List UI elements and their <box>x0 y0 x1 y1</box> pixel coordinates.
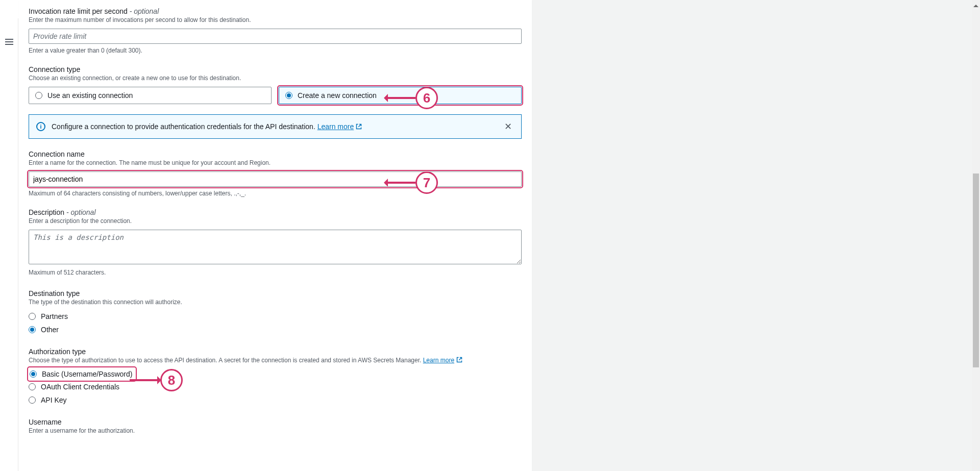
info-text: Configure a connection to provide authen… <box>52 122 317 131</box>
description-sub: Enter a description for the connection. <box>29 217 522 225</box>
radio-apikey-label: API Key <box>41 396 67 404</box>
optional-tag: - optional <box>64 208 95 216</box>
destination-type-label: Destination type <box>29 289 522 298</box>
form-card: Invocation rate limit per second - optio… <box>18 0 532 471</box>
radio-other-label: Other <box>41 326 59 334</box>
info-icon: i <box>36 122 45 131</box>
connection-name-label: Connection name <box>29 150 522 158</box>
radio-existing-connection[interactable]: Use an existing connection <box>29 87 272 104</box>
connection-name-sub: Enter a name for the connection. The nam… <box>29 159 522 166</box>
description-hint: Maximum of 512 characters. <box>29 269 522 276</box>
hamburger-menu-icon[interactable] <box>5 39 13 45</box>
invocation-section: Invocation rate limit per second - optio… <box>29 7 522 54</box>
auth-type-section: Authorization type Choose the type of au… <box>29 348 522 407</box>
optional-tag: - optional <box>128 7 159 15</box>
connection-name-input[interactable] <box>29 171 522 187</box>
vertical-scrollbar[interactable] <box>972 0 980 471</box>
radio-icon <box>30 370 37 378</box>
auth-type-label: Authorization type <box>29 348 522 356</box>
destination-type-sub: The type of the destination this connect… <box>29 299 522 306</box>
username-label: Username <box>29 418 522 426</box>
auth-type-sub: Choose the type of authorization to use … <box>29 357 522 364</box>
radio-icon <box>29 383 36 390</box>
description-label: Description <box>29 208 64 216</box>
info-banner: i Configure a connection to provide auth… <box>29 114 522 139</box>
radio-basic-auth[interactable]: Basic (Username/Password) <box>30 369 132 379</box>
radio-other[interactable]: Other <box>29 323 522 336</box>
radio-icon <box>29 313 36 320</box>
auth-learn-more-link[interactable]: Learn more <box>423 357 462 364</box>
connection-name-hint: Maximum of 64 characters consisting of n… <box>29 190 522 197</box>
radio-partners-label: Partners <box>41 312 68 320</box>
description-textarea[interactable] <box>29 230 522 264</box>
radio-icon <box>29 396 36 404</box>
invocation-label: Invocation rate limit per second <box>29 7 128 15</box>
username-section: Username Enter a username for the author… <box>29 418 522 434</box>
description-section: Description - optional Enter a descripti… <box>29 208 522 276</box>
connection-name-section: Connection name Enter a name for the con… <box>29 150 522 197</box>
external-link-icon <box>456 357 462 363</box>
invocation-input[interactable] <box>29 29 522 44</box>
external-link-icon <box>356 123 362 130</box>
connection-type-label: Connection type <box>29 65 522 73</box>
radio-apikey[interactable]: API Key <box>29 393 522 407</box>
destination-type-section: Destination type The type of the destina… <box>29 289 522 336</box>
radio-new-connection[interactable]: Create a new connection <box>279 87 522 104</box>
invocation-hint: Enter a value greater than 0 (default 30… <box>29 47 522 54</box>
radio-icon <box>29 326 36 333</box>
radio-oauth-label: OAuth Client Credentials <box>41 383 119 391</box>
radio-existing-label: Use an existing connection <box>47 91 133 100</box>
radio-oauth[interactable]: OAuth Client Credentials <box>29 380 522 393</box>
radio-new-label: Create a new connection <box>298 91 377 100</box>
radio-partners[interactable]: Partners <box>29 310 522 323</box>
invocation-sub: Enter the maximum number of invocations … <box>29 16 522 23</box>
radio-icon <box>35 92 42 99</box>
username-sub: Enter a username for the authorization. <box>29 427 522 434</box>
close-icon[interactable]: ✕ <box>502 121 514 132</box>
radio-icon <box>285 92 292 99</box>
learn-more-link[interactable]: Learn more <box>317 122 362 131</box>
radio-basic-label: Basic (Username/Password) <box>42 370 132 378</box>
connection-type-section: Connection type Choose an existing conne… <box>29 65 522 104</box>
connection-type-sub: Choose an existing connection, or create… <box>29 75 522 82</box>
